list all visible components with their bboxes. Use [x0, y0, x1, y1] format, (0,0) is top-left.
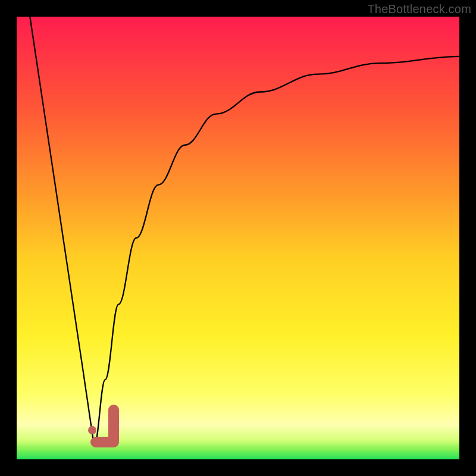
annotation-j-base: [90, 437, 119, 447]
curve-layer: [17, 17, 459, 459]
plot-area: [17, 17, 459, 459]
chart-frame: TheBottleneck.com: [0, 0, 476, 476]
curve-right-branch: [94, 57, 459, 446]
annotation-dot: [88, 426, 96, 434]
curve-left-branch: [30, 17, 94, 446]
watermark-text: TheBottleneck.com: [367, 2, 471, 16]
